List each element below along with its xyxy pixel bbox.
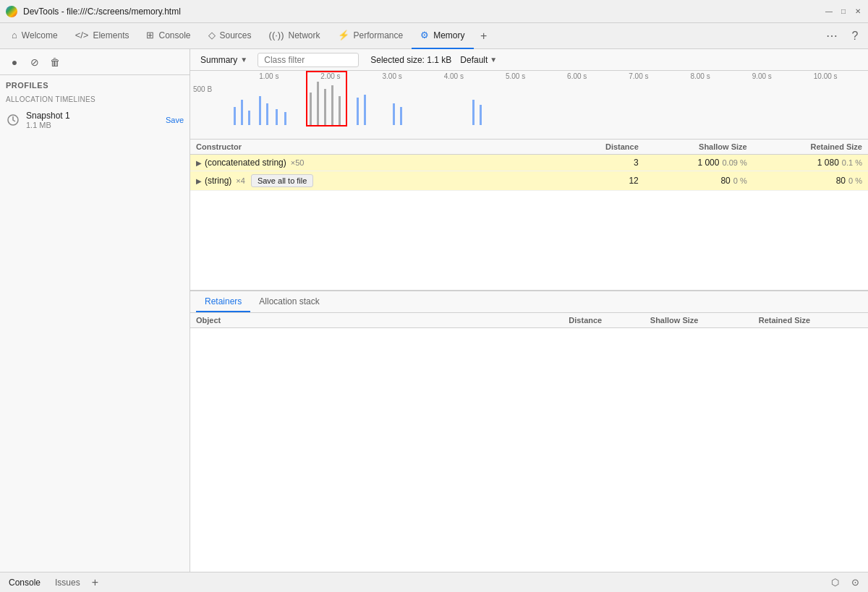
timeline-tick-6: 7.00 s: [629, 72, 648, 80]
tab-console[interactable]: ⊞ Console: [137, 23, 199, 49]
snapshot-item[interactable]: Snapshot 1 1.1 MB Save: [0, 106, 190, 134]
timeline-area[interactable]: 500 B 1.00 s2.00 s3.00 s4.00 s5.00 s6.00…: [190, 71, 868, 140]
tab-welcome[interactable]: ⌂ Welcome: [3, 23, 67, 49]
bottom-tabs: Retainers Allocation stack: [190, 291, 868, 313]
timeline-bar-4: [266, 103, 268, 125]
tab-performance[interactable]: ⚡ Performance: [329, 23, 412, 49]
tab-elements[interactable]: </> Elements: [67, 23, 138, 49]
app-icon: [6, 6, 17, 17]
minimize-button[interactable]: —: [825, 7, 833, 16]
tab-network[interactable]: ((·)) Network: [260, 23, 329, 49]
secondary-toolbar: Summary ▼ Selected size: 1.1 kB Default …: [190, 49, 868, 71]
timeline-bar-16: [472, 100, 475, 125]
more-options-button[interactable]: ⋯: [822, 26, 842, 46]
save-snapshot-button[interactable]: Save: [166, 116, 184, 124]
sidebar: ● ⊘ 🗑 Profiles ALLOCATION TIMELINES Snap…: [0, 49, 190, 572]
retained-size-cell-0: 1 0800.1 %: [753, 155, 868, 171]
constructor-name-1: (string): [205, 176, 231, 186]
close-button[interactable]: ✕: [854, 7, 862, 16]
add-status-tab-button[interactable]: +: [92, 576, 98, 589]
shallow-size-header[interactable]: Shallow Size: [644, 140, 753, 155]
shallow-size-cell-0: 1 0000.09 %: [644, 155, 753, 171]
tab-allocation-stack[interactable]: Allocation stack: [250, 292, 328, 312]
status-issues-tab[interactable]: Issues: [52, 576, 83, 589]
constructor-name-0: (concatenated string): [205, 158, 286, 168]
clear-button[interactable]: ⊘: [26, 53, 43, 71]
timeline-bar-12: [357, 98, 359, 125]
tab-sources[interactable]: ◇ Sources: [200, 23, 260, 49]
row-expand-icon-0[interactable]: ▶: [196, 159, 202, 167]
title-bar: DevTools - file:///C:/screens/memory.htm…: [0, 0, 868, 23]
summary-dropdown[interactable]: Summary ▼: [196, 53, 252, 67]
tab-welcome-label: Welcome: [22, 30, 58, 40]
status-console-tab[interactable]: Console: [6, 576, 43, 589]
timeline-bar-0: [234, 107, 236, 125]
data-table: Constructor Distance Shallow Size Retain…: [190, 140, 868, 191]
default-chevron-icon: ▼: [490, 56, 497, 64]
timeline-tick-9: 10.00 s: [814, 72, 838, 80]
summary-label: Summary: [200, 55, 237, 65]
elements-icon: </>: [75, 30, 89, 40]
tab-elements-label: Elements: [93, 30, 129, 40]
bottom-header-row: Object Distance Shallow Size Retained Si…: [190, 313, 868, 328]
distance-cell-1: 12: [563, 171, 644, 191]
tab-sources-label: Sources: [220, 30, 252, 40]
timeline-bar-8: [317, 82, 319, 125]
add-tab-button[interactable]: +: [474, 26, 494, 46]
console-icon: ⊞: [146, 30, 154, 40]
title-bar-controls: — □ ✕: [825, 7, 862, 16]
maximize-button[interactable]: □: [839, 7, 848, 16]
tab-retainers[interactable]: Retainers: [196, 292, 250, 312]
data-table-container: Constructor Distance Shallow Size Retain…: [190, 140, 868, 290]
shallow-size-cell-1: 800 %: [644, 171, 753, 191]
default-dropdown[interactable]: Default ▼: [457, 53, 500, 67]
record-button[interactable]: ●: [6, 53, 23, 71]
status-bar: Console Issues + ⬡ ⊙: [0, 572, 868, 592]
performance-icon: ⚡: [338, 30, 349, 40]
content-area: Summary ▼ Selected size: 1.1 kB Default …: [190, 49, 868, 572]
table-row[interactable]: ▶(string)×4Save all to file12800 %800 %: [190, 171, 868, 191]
distance-header[interactable]: Distance: [563, 140, 644, 155]
constructor-header[interactable]: Constructor: [190, 140, 563, 155]
bottom-table-container: Object Distance Shallow Size Retained Si…: [190, 313, 868, 572]
status-right-icons: ⬡ ⊙: [827, 575, 862, 590]
object-header[interactable]: Object: [190, 313, 563, 328]
bottom-panel: Retainers Allocation stack O: [190, 290, 868, 572]
table-row[interactable]: ▶(concatenated string)×5031 0000.09 %1 0…: [190, 155, 868, 171]
timeline-bar-17: [480, 105, 482, 125]
tab-memory-label: Memory: [433, 30, 464, 40]
help-button[interactable]: ?: [845, 26, 865, 46]
count-badge-0: ×50: [291, 158, 305, 167]
toggle-drawer-button[interactable]: ⬡: [827, 575, 842, 590]
timeline-tick-4: 5.00 s: [506, 72, 525, 80]
timeline-tick-1: 2.00 s: [320, 72, 340, 80]
snapshot-size-text: 1.1 MB: [26, 121, 160, 129]
snapshot-icon: [6, 113, 20, 127]
default-label: Default: [460, 55, 488, 65]
delete-button[interactable]: 🗑: [46, 53, 64, 71]
bottom-retained-header[interactable]: Retained Size: [753, 313, 868, 328]
bottom-shallow-header[interactable]: Shallow Size: [644, 313, 753, 328]
settings-button[interactable]: ⊙: [848, 575, 862, 590]
nav-more: ⋯ ?: [822, 26, 865, 46]
count-badge-1: ×4: [236, 176, 245, 185]
row-expand-icon-1[interactable]: ▶: [196, 177, 202, 185]
timeline-bar-6: [284, 112, 286, 125]
main-layout: ● ⊘ 🗑 Profiles ALLOCATION TIMELINES Snap…: [0, 49, 868, 572]
timeline-bar-3: [259, 96, 261, 125]
retained-size-header[interactable]: Retained Size: [753, 140, 868, 155]
tab-memory[interactable]: ⚙ Memory: [412, 23, 473, 49]
network-icon: ((·)): [269, 30, 284, 40]
timeline-bar-10: [331, 85, 333, 125]
snapshot-name-text: Snapshot 1: [26, 111, 160, 121]
timeline-bar-9: [324, 89, 326, 125]
bottom-distance-header[interactable]: Distance: [563, 313, 644, 328]
timeline-tick-5: 6.00 s: [567, 72, 587, 80]
retainers-label: Retainers: [205, 296, 242, 306]
welcome-icon: ⌂: [12, 30, 17, 40]
selected-size-text: Selected size: 1.1 kB: [370, 55, 451, 65]
memory-icon: ⚙: [420, 30, 429, 40]
class-filter-input[interactable]: [258, 53, 359, 67]
tab-console-label: Console: [158, 30, 190, 40]
save-all-button[interactable]: Save all to file: [251, 174, 313, 187]
